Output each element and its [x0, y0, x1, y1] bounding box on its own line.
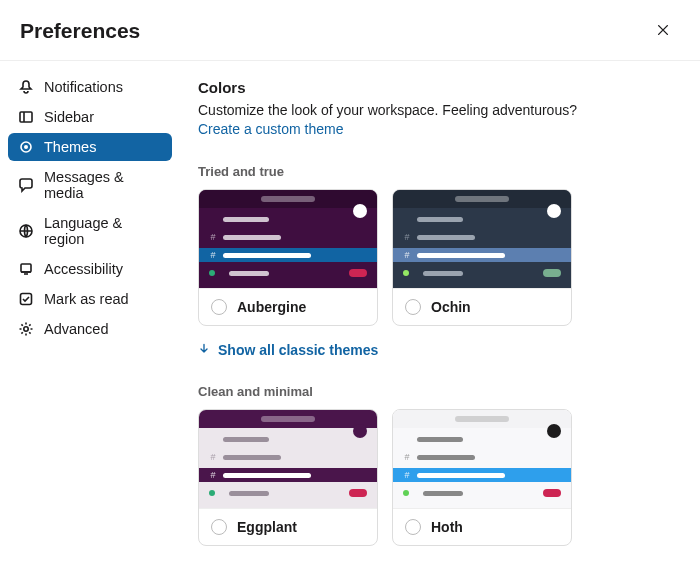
preferences-sidebar: NotificationsSidebarThemesMessages & med…	[0, 61, 180, 582]
theme-group-label: Clean and minimal	[198, 384, 676, 399]
sidebar-item-language-region[interactable]: Language & region	[8, 209, 172, 253]
theme-name-label: Eggplant	[237, 519, 297, 535]
arrow-down-icon	[198, 342, 210, 358]
theme-radio[interactable]	[405, 299, 421, 315]
theme-radio[interactable]	[405, 519, 421, 535]
sidebar-item-label: Advanced	[44, 321, 109, 337]
language-region-icon	[18, 223, 34, 239]
theme-preview: . # # .	[393, 410, 571, 508]
theme-card-eggplant[interactable]: . # # . Eggplant	[198, 409, 378, 546]
mention-badge-icon	[543, 269, 561, 277]
sidebar-item-messages-media[interactable]: Messages & media	[8, 163, 172, 207]
show-all-label: Show all classic themes	[218, 342, 378, 358]
theme-card-ochin[interactable]: . # # . Ochin	[392, 189, 572, 326]
sidebar-item-mark-as-read[interactable]: Mark as read	[8, 285, 172, 313]
sidebar-item-sidebar[interactable]: Sidebar	[8, 103, 172, 131]
sidebar-item-advanced[interactable]: Advanced	[8, 315, 172, 343]
svg-rect-5	[21, 264, 31, 272]
mention-badge-icon	[349, 269, 367, 277]
sidebar-item-label: Themes	[44, 139, 96, 155]
show-all-classic-themes-link[interactable]: Show all classic themes	[198, 342, 676, 358]
mention-badge-icon	[349, 489, 367, 497]
theme-radio[interactable]	[211, 299, 227, 315]
create-custom-theme-link[interactable]: Create a custom theme	[198, 121, 344, 137]
sidebar-item-themes[interactable]: Themes	[8, 133, 172, 161]
svg-point-9	[24, 327, 28, 331]
close-icon	[656, 21, 670, 42]
theme-grid: . # # . Aubergine	[198, 189, 676, 326]
theme-card-hoth[interactable]: . # # . Hoth	[392, 409, 572, 546]
themes-icon	[18, 139, 34, 155]
notifications-icon	[18, 79, 34, 95]
page-title: Preferences	[20, 19, 140, 43]
theme-card-aubergine[interactable]: . # # . Aubergine	[198, 189, 378, 326]
theme-preview: . # # .	[393, 190, 571, 288]
theme-preview: . # # .	[199, 190, 377, 288]
mention-badge-icon	[543, 489, 561, 497]
theme-group-label: Tried and true	[198, 164, 676, 179]
sidebar-item-label: Mark as read	[44, 291, 129, 307]
sidebar-icon	[18, 109, 34, 125]
theme-preview: . # # .	[199, 410, 377, 508]
section-title-colors: Colors	[198, 79, 676, 96]
advanced-icon	[18, 321, 34, 337]
sidebar-item-label: Accessibility	[44, 261, 123, 277]
mark-as-read-icon	[18, 291, 34, 307]
messages-media-icon	[18, 177, 34, 193]
theme-grid: . # # . Eggplant	[198, 409, 676, 546]
svg-point-3	[24, 145, 28, 149]
sidebar-item-label: Sidebar	[44, 109, 94, 125]
section-description: Customize the look of your workspace. Fe…	[198, 102, 676, 118]
sidebar-item-notifications[interactable]: Notifications	[8, 73, 172, 101]
sidebar-item-label: Messages & media	[44, 169, 162, 201]
theme-name-label: Aubergine	[237, 299, 306, 315]
theme-radio[interactable]	[211, 519, 227, 535]
sidebar-item-label: Language & region	[44, 215, 162, 247]
sidebar-item-label: Notifications	[44, 79, 123, 95]
theme-name-label: Hoth	[431, 519, 463, 535]
themes-content: Colors Customize the look of your worksp…	[180, 61, 700, 582]
sidebar-item-accessibility[interactable]: Accessibility	[8, 255, 172, 283]
svg-rect-0	[20, 112, 32, 122]
theme-name-label: Ochin	[431, 299, 471, 315]
close-button[interactable]	[650, 18, 676, 44]
accessibility-icon	[18, 261, 34, 277]
